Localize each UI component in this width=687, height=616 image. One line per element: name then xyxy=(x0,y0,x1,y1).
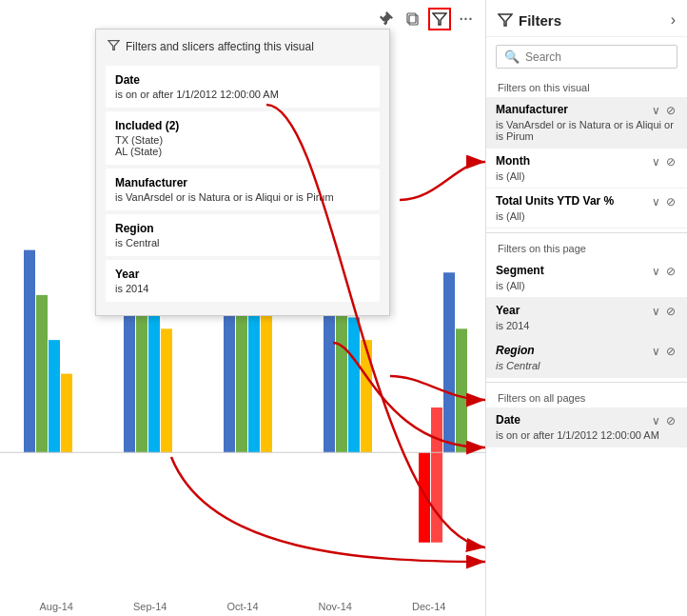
clear-manufacturer-icon[interactable]: ⊘ xyxy=(664,104,677,117)
filters-tooltip: Filters and slicers affecting this visua… xyxy=(95,29,390,316)
chart-toolbar: ··· xyxy=(375,8,478,30)
svg-rect-23 xyxy=(456,328,467,452)
filter-icons-date: ∨ ⊘ xyxy=(650,414,677,427)
filter-item-total-units[interactable]: Total Units YTD Var % ∨ ⊘ is (All) xyxy=(486,189,687,229)
tooltip-title: Filters and slicers affecting this visua… xyxy=(126,40,314,53)
svg-rect-6 xyxy=(49,340,60,452)
filter-item-month[interactable]: Month ∨ ⊘ is (All) xyxy=(486,149,687,189)
panel-title-text: Filters xyxy=(519,12,561,29)
section-label-visual: Filters on this visual xyxy=(486,76,687,97)
filters-panel-title: Filters xyxy=(498,12,561,29)
filter-val-segment: is (All) xyxy=(496,280,677,291)
filter-icons-segment: ∨ ⊘ xyxy=(650,265,677,278)
x-axis-labels: Aug-14 Sep-14 Oct-14 Nov-14 Dec-14 xyxy=(0,601,485,612)
expand-manufacturer-icon[interactable]: ∨ xyxy=(650,104,662,117)
x-label-aug14: Aug-14 xyxy=(40,601,73,612)
svg-rect-4 xyxy=(24,250,35,453)
clear-segment-icon[interactable]: ⊘ xyxy=(664,265,677,278)
svg-rect-22 xyxy=(443,272,455,452)
filter-item-date[interactable]: Date ∨ ⊘ is on or after 1/1/2012 12:00:0… xyxy=(486,407,687,447)
clear-month-icon[interactable]: ⊘ xyxy=(664,155,677,169)
filter-val-month: is (All) xyxy=(496,170,677,182)
filter-val-region: is Central xyxy=(496,360,677,371)
x-label-oct14: Oct-14 xyxy=(227,601,259,612)
filter-val-total-units: is (All) xyxy=(496,210,677,222)
filter-icons-year: ∨ ⊘ xyxy=(650,305,677,318)
expand-year-icon[interactable]: ∨ xyxy=(650,305,662,318)
more-options-icon[interactable]: ··· xyxy=(455,8,478,30)
panel-filter-icon xyxy=(498,12,513,28)
clear-region-icon[interactable]: ⊘ xyxy=(664,345,677,358)
filter-item-region[interactable]: Region ∨ ⊘ is Central xyxy=(486,338,687,378)
filter-icons-month: ∨ ⊘ xyxy=(650,155,677,169)
tooltip-manufacturer-title: Manufacturer xyxy=(115,176,370,189)
search-icon: 🔍 xyxy=(504,50,520,64)
expand-region-icon[interactable]: ∨ xyxy=(650,345,662,358)
x-label-sep14: Sep-14 xyxy=(133,601,167,612)
expand-segment-icon[interactable]: ∨ xyxy=(650,265,662,278)
filter-icons-total-units: ∨ ⊘ xyxy=(650,195,677,209)
copy-icon[interactable] xyxy=(402,8,424,30)
filters-panel-header: Filters › xyxy=(486,0,687,37)
svg-marker-2 xyxy=(433,13,446,25)
tooltip-filter-icon xyxy=(108,39,120,54)
tooltip-item-region: Region is Central xyxy=(106,214,380,256)
filter-item-segment[interactable]: Segment ∨ ⊘ is (All) xyxy=(486,258,687,298)
filter-name-year: Year xyxy=(496,304,650,317)
svg-rect-11 xyxy=(161,328,172,452)
x-label-dec14: Dec-14 xyxy=(412,601,445,612)
svg-rect-20 xyxy=(419,452,430,543)
svg-rect-7 xyxy=(61,374,72,453)
panel-collapse-btn[interactable]: › xyxy=(671,11,676,29)
expand-total-units-icon[interactable]: ∨ xyxy=(650,195,662,209)
tooltip-included-value: TX (State)AL (State) xyxy=(115,134,370,157)
filter-icons-manufacturer: ∨ ⊘ xyxy=(650,104,677,117)
x-label-nov14: Nov-14 xyxy=(319,601,352,612)
expand-date-icon[interactable]: ∨ xyxy=(650,414,662,427)
search-box[interactable]: 🔍 xyxy=(496,45,677,69)
clear-date-icon[interactable]: ⊘ xyxy=(664,414,677,427)
tooltip-manufacturer-value: is VanArsdel or is Natura or is Aliqui o… xyxy=(115,191,370,203)
filter-val-manufacturer: is VanArsdel or is Natura or is Aliqui o… xyxy=(496,119,677,142)
filter-icon[interactable] xyxy=(428,8,451,30)
tooltip-date-value: is on or after 1/1/2012 12:00:00 AM xyxy=(115,89,370,100)
clear-year-icon[interactable]: ⊘ xyxy=(664,305,677,318)
expand-month-icon[interactable]: ∨ xyxy=(650,155,662,169)
svg-rect-18 xyxy=(348,318,360,453)
clear-total-units-icon[interactable]: ⊘ xyxy=(664,195,677,209)
filter-name-date: Date xyxy=(496,413,650,427)
tooltip-region-title: Region xyxy=(115,222,370,235)
svg-marker-26 xyxy=(499,14,512,26)
search-input[interactable] xyxy=(525,50,669,64)
divider-2 xyxy=(486,382,687,383)
tooltip-item-date: Date is on or after 1/1/2012 12:00:00 AM xyxy=(106,66,380,108)
tooltip-item-year: Year is 2014 xyxy=(106,260,380,302)
tooltip-date-title: Date xyxy=(115,73,370,87)
section-label-all-pages: Filters on all pages xyxy=(486,387,687,407)
pin-icon[interactable] xyxy=(375,8,398,30)
tooltip-region-value: is Central xyxy=(115,237,370,248)
tooltip-item-included: Included (2) TX (State)AL (State) xyxy=(106,111,380,165)
filter-icons-region: ∨ ⊘ xyxy=(650,345,677,358)
filters-panel: Filters › 🔍 Filters on this visual Manuf… xyxy=(485,0,687,616)
svg-rect-19 xyxy=(361,340,372,452)
tooltip-item-manufacturer: Manufacturer is VanArsdel or is Natura o… xyxy=(106,169,380,210)
filter-name-manufacturer: Manufacturer xyxy=(496,103,650,116)
filter-name-total-units: Total Units YTD Var % xyxy=(496,194,650,208)
section-label-page: Filters on this page xyxy=(486,237,687,258)
svg-rect-15 xyxy=(261,307,272,453)
tooltip-year-title: Year xyxy=(115,268,370,281)
filter-item-year[interactable]: Year ∨ ⊘ is 2014 xyxy=(486,298,687,338)
svg-rect-5 xyxy=(36,295,48,452)
filter-val-year: is 2014 xyxy=(496,320,677,331)
tooltip-header: Filters and slicers affecting this visua… xyxy=(96,39,389,62)
tooltip-included-title: Included (2) xyxy=(115,119,370,132)
filter-name-region: Region xyxy=(496,344,650,357)
divider-1 xyxy=(486,232,687,233)
chart-area: ··· Filters and slicers affecting this v… xyxy=(0,0,485,616)
filter-name-segment: Segment xyxy=(496,264,650,277)
svg-rect-21 xyxy=(431,407,442,543)
svg-rect-10 xyxy=(148,307,160,453)
filter-name-month: Month xyxy=(496,154,650,168)
filter-item-manufacturer[interactable]: Manufacturer ∨ ⊘ is VanArsdel or is Natu… xyxy=(486,97,687,149)
